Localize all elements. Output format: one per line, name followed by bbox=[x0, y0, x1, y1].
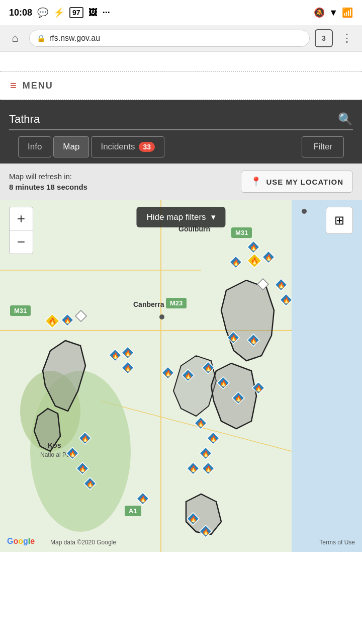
tab-count-button[interactable]: 3 bbox=[315, 29, 333, 47]
fire-marker-yellow-1[interactable]: 🔥 bbox=[246, 253, 262, 271]
fire-marker-m5[interactable]: 🔥 bbox=[201, 361, 215, 377]
fire-marker-k2[interactable]: 🔥 bbox=[65, 446, 79, 462]
fire-marker-white-left[interactable] bbox=[74, 309, 87, 325]
location-pin-icon: 📍 bbox=[250, 176, 262, 187]
svg-marker-16 bbox=[257, 279, 268, 290]
hide-filters-label: Hide map filters bbox=[146, 212, 206, 222]
map-tab-label: Map bbox=[63, 142, 79, 152]
svg-text:🔥: 🔥 bbox=[250, 337, 257, 344]
wifi-icon: ▼ bbox=[329, 8, 338, 18]
svg-text:🔥: 🔥 bbox=[124, 364, 132, 372]
layers-button[interactable]: ⊞ bbox=[326, 207, 353, 234]
svg-text:🔥: 🔥 bbox=[124, 349, 132, 357]
fire-marker-b3[interactable]: 🔥 bbox=[199, 446, 213, 462]
fire-marker-m6[interactable]: 🔥 bbox=[121, 346, 135, 362]
zoom-in-button[interactable]: + bbox=[10, 207, 33, 230]
refresh-time: 8 minutes 18 seconds bbox=[9, 182, 87, 192]
address-bar[interactable]: 🔒 rfs.nsw.gov.au bbox=[29, 30, 310, 47]
tabs-row: Info Map Incidents 33 Filter bbox=[9, 130, 353, 164]
fire-marker-k4[interactable]: 🔥 bbox=[83, 476, 97, 493]
fire-marker-b1[interactable]: 🔥 bbox=[194, 416, 208, 432]
layers-icon: ⊞ bbox=[334, 213, 344, 227]
fire-marker-r3[interactable]: 🔥 bbox=[216, 376, 230, 392]
svg-text:🔥: 🔥 bbox=[69, 450, 76, 457]
fire-marker-r1[interactable]: 🔥 bbox=[226, 331, 240, 347]
google-logo: Google bbox=[7, 537, 35, 546]
svg-text:🔥: 🔥 bbox=[86, 480, 94, 488]
svg-text:🔥: 🔥 bbox=[190, 515, 197, 523]
filter-button[interactable]: Filter bbox=[302, 136, 344, 157]
filter-label: Filter bbox=[313, 142, 332, 151]
zoom-out-button[interactable]: − bbox=[10, 230, 33, 254]
whatsapp-icon: 💬 bbox=[37, 7, 48, 18]
map-data-attribution: Map data ©2020 Google bbox=[50, 539, 116, 546]
fire-marker-m4[interactable]: 🔥 bbox=[181, 368, 195, 384]
svg-text:🔥: 🔥 bbox=[48, 317, 57, 326]
info-tab-label: Info bbox=[28, 142, 42, 152]
fire-marker-m1[interactable]: 🔥 bbox=[108, 348, 122, 364]
fire-marker-4[interactable]: 🔥 bbox=[274, 278, 288, 294]
lock-icon: 🔒 bbox=[37, 34, 45, 42]
fire-marker-r4[interactable]: 🔥 bbox=[231, 391, 245, 407]
svg-text:🔥: 🔥 bbox=[164, 369, 172, 377]
fire-marker-fb2[interactable]: 🔥 bbox=[186, 512, 200, 528]
fire-marker-r5[interactable]: 🔥 bbox=[251, 381, 265, 397]
fire-marker-fb1[interactable]: 🔥 bbox=[136, 492, 150, 508]
svg-text:🔥: 🔥 bbox=[185, 372, 192, 379]
incidents-tab[interactable]: Incidents 33 bbox=[91, 136, 164, 157]
browser-menu-button[interactable]: ⋮ bbox=[338, 29, 356, 47]
status-bar: 10:08 💬 ⚡ 97 🖼 ··· 🔕 ▼ 📶 bbox=[0, 0, 362, 25]
svg-text:🔥: 🔥 bbox=[202, 528, 210, 535]
menu-lines-icon: ≡ bbox=[10, 79, 17, 92]
flash-icon: ⚡ bbox=[53, 7, 64, 18]
map-tab[interactable]: Map bbox=[53, 136, 89, 157]
fire-marker-k1[interactable]: 🔥 bbox=[78, 431, 92, 447]
fire-marker-fb3[interactable]: 🔥 bbox=[199, 524, 213, 540]
svg-text:🔥: 🔥 bbox=[139, 495, 147, 503]
info-tab[interactable]: Info bbox=[18, 136, 51, 157]
svg-text:🔥: 🔥 bbox=[205, 465, 212, 472]
kosciuszko-label: Kos bbox=[48, 441, 61, 449]
fire-marker-5[interactable]: 🔥 bbox=[279, 293, 293, 309]
terms-of-use-link[interactable]: Terms of Use bbox=[319, 539, 355, 546]
fire-marker-k3[interactable]: 🔥 bbox=[75, 461, 89, 477]
canberra-dot bbox=[159, 314, 164, 319]
svg-text:🔥: 🔥 bbox=[81, 435, 89, 442]
use-my-location-button[interactable]: 📍 USE MY LOCATION bbox=[241, 171, 353, 193]
hide-map-filters-button[interactable]: Hide map filters ▾ bbox=[136, 207, 225, 227]
refresh-info: Map will refresh in: 8 minutes 18 second… bbox=[9, 171, 87, 192]
fire-marker-3[interactable]: 🔥 bbox=[261, 250, 276, 266]
dots-icon: ⋮ bbox=[341, 32, 353, 45]
home-button[interactable]: ⌂ bbox=[6, 29, 24, 47]
zoom-in-icon: + bbox=[17, 211, 25, 227]
search-icon[interactable]: 🔍 bbox=[338, 112, 353, 126]
location-btn-label: USE MY LOCATION bbox=[266, 178, 343, 186]
svg-text:🔥: 🔥 bbox=[278, 281, 285, 289]
fire-marker-b2[interactable]: 🔥 bbox=[206, 431, 220, 447]
fire-marker-m2[interactable]: 🔥 bbox=[121, 361, 135, 377]
fire-marker-left-1[interactable]: 🔥 bbox=[60, 313, 74, 329]
svg-text:🔥: 🔥 bbox=[210, 435, 217, 442]
battery-icon: 97 bbox=[69, 7, 83, 18]
mute-icon: 🔕 bbox=[314, 7, 325, 18]
menu-label: MENU bbox=[23, 80, 53, 91]
svg-text:🔥: 🔥 bbox=[250, 257, 259, 265]
fire-marker-white-1[interactable] bbox=[256, 278, 269, 293]
svg-text:🔥: 🔥 bbox=[265, 254, 273, 261]
svg-text:🔥: 🔥 bbox=[79, 465, 86, 472]
fire-marker-1[interactable]: 🔥 bbox=[229, 255, 243, 271]
fire-marker-b5[interactable]: 🔥 bbox=[186, 461, 200, 477]
svg-text:🔥: 🔥 bbox=[255, 384, 262, 392]
fire-marker-r2[interactable]: 🔥 bbox=[246, 333, 260, 349]
refresh-time-value: 8 minutes 18 seconds bbox=[9, 183, 87, 191]
gallery-icon: 🖼 bbox=[88, 8, 98, 18]
url-text: rfs.nsw.gov.au bbox=[49, 34, 100, 43]
map-controls-bar: Map will refresh in: 8 minutes 18 second… bbox=[0, 164, 362, 200]
fire-marker-yellow-left[interactable]: 🔥 bbox=[44, 313, 60, 331]
signal-icon: 📶 bbox=[342, 7, 353, 18]
fire-marker-b4[interactable]: 🔥 bbox=[201, 461, 215, 477]
svg-text:🔥: 🔥 bbox=[232, 259, 240, 266]
fire-marker-m3[interactable]: 🔥 bbox=[161, 366, 175, 382]
m31-badge-top: M31 bbox=[231, 227, 252, 238]
incidents-count-badge: 33 bbox=[139, 142, 155, 152]
